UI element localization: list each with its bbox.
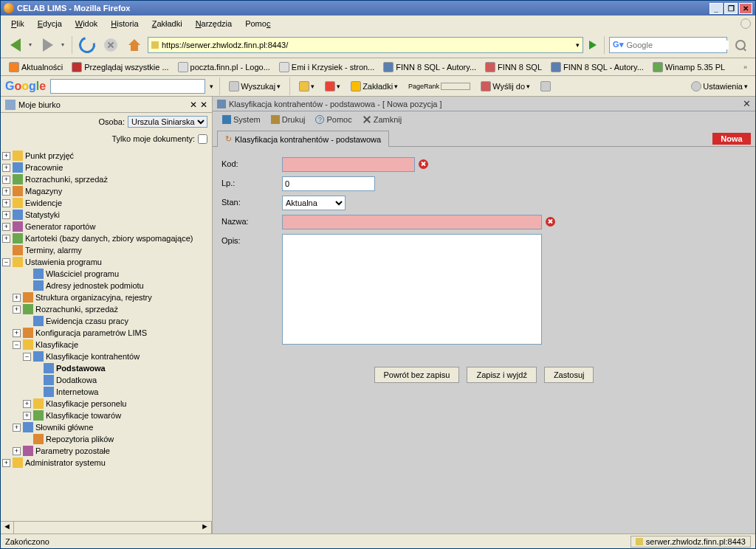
stop-button[interactable] [100, 35, 121, 55]
person-select[interactable]: Urszula Siniarska [128, 116, 207, 128]
system-button[interactable]: System [219, 114, 264, 125]
restore-button[interactable]: ❐ [724, 3, 738, 14]
bookmark-item[interactable]: Aktualności [5, 61, 66, 74]
tree-item[interactable]: +Kartoteki (bazy danych, zbiory wspomaga… [2, 232, 210, 244]
search-button[interactable] [730, 35, 751, 55]
print-button[interactable]: Drukuj [267, 114, 309, 125]
tree-item[interactable]: Dodatkowa [2, 374, 210, 386]
menu-history[interactable]: Historia [105, 18, 144, 30]
menu-tools[interactable]: Narzędzia [190, 18, 238, 30]
sidebar-close-icon[interactable]: ✕ [200, 100, 207, 110]
tree-item[interactable]: +Punkt przyjęć [2, 150, 210, 162]
panel-icon [217, 100, 226, 108]
tree-item[interactable]: +Rozrachunki, sprzedaż [2, 173, 210, 185]
bookmark-item[interactable]: Emi i Krzysiek - stron... [275, 61, 378, 74]
sidebar-title: Moje biurko [18, 100, 61, 109]
tree-item[interactable]: Repozytoria plików [2, 433, 210, 445]
google-pagerank[interactable]: PageRank [405, 81, 473, 92]
tab-klasyfikacja[interactable]: ↻Klasyfikacja kontrahentów - podstawowa [217, 131, 389, 147]
sidebar-refresh-icon[interactable]: ✕ [190, 100, 197, 110]
tree-item[interactable]: +Klasyfikacje personelu [2, 398, 210, 410]
google-news-button[interactable]: ▾ [296, 80, 317, 93]
bookmark-item[interactable]: FINN 8 SQL - Autory... [379, 61, 480, 74]
tree-item[interactable]: +Konfiguracja parametrów LIMS [2, 327, 210, 339]
panel-close-icon[interactable]: ✕ [743, 98, 751, 109]
close-button[interactable]: Zamknij [359, 114, 406, 125]
menu-file[interactable]: Plik [5, 18, 30, 30]
tree-item[interactable]: Adresy jednostek podmiotu [2, 280, 210, 291]
search-input[interactable] [627, 41, 729, 49]
menu-edit[interactable]: Edycja [32, 18, 68, 30]
nazwa-clear-button[interactable] [546, 217, 555, 227]
bookmark-icon [551, 62, 561, 72]
opis-textarea[interactable] [282, 234, 542, 345]
stan-select[interactable]: Aktualna [282, 196, 346, 210]
nazwa-input[interactable] [282, 215, 542, 229]
menu-bookmarks[interactable]: Zakładki [146, 18, 188, 30]
star-icon [351, 81, 361, 92]
address-bar[interactable]: ▾ [148, 37, 583, 53]
panel-toolbar: System Drukuj ?Pomoc Zamknij [213, 111, 755, 128]
tree-item[interactable]: +Pracownie [2, 162, 210, 173]
bookmark-item[interactable]: FINN 8 SQL [481, 61, 546, 74]
bookmark-item[interactable]: Winamp 5.35 PL [649, 61, 729, 74]
menu-help[interactable]: Pomoc [239, 18, 276, 30]
tree-item[interactable]: −Ustawienia programu [2, 256, 210, 268]
reload-button[interactable] [77, 35, 97, 55]
apply-button[interactable]: Zastosuj [544, 367, 594, 383]
back-dropdown[interactable]: ▾ [29, 41, 35, 48]
tree-item[interactable]: Właściciel programu [2, 268, 210, 280]
tree-item[interactable]: +Struktura organizacyjna, rejestry [2, 291, 210, 303]
tree-item[interactable]: +Ewidencje [2, 197, 210, 209]
bookmark-item[interactable]: poczta.finn.pl - Logo... [174, 61, 274, 74]
bookmark-item[interactable]: Przeglądaj wszystkie ... [68, 61, 172, 74]
search-box[interactable]: G▾ [609, 37, 727, 53]
onlymine-checkbox[interactable] [198, 134, 207, 144]
tree-item[interactable]: +Administrator systemu [2, 457, 210, 469]
google-bookmarks-button[interactable]: Zakładki▾ [348, 80, 401, 93]
status-server: serwer.zhwlodz.finn.pl:8443 [630, 536, 751, 548]
tree-item[interactable]: +Parametry pozostałe [2, 445, 210, 457]
tree-item[interactable]: +Klasyfikacje towarów [2, 410, 210, 421]
search-engine-icon[interactable]: G▾ [613, 40, 624, 49]
address-dropdown[interactable]: ▾ [576, 41, 580, 49]
google-settings-button[interactable]: Ustawienia▾ [688, 80, 751, 93]
save-and-exit-button[interactable]: Zapisz i wyjdź [467, 367, 536, 383]
google-search-button[interactable]: Wyszukaj▾ [226, 80, 284, 93]
help-button[interactable]: ?Pomoc [312, 114, 355, 125]
kod-input[interactable] [282, 157, 415, 172]
home-button[interactable] [124, 35, 145, 55]
url-input[interactable] [162, 41, 573, 49]
tree-item[interactable]: −Klasyfikacje [2, 339, 210, 351]
back-without-save-button[interactable]: Powrót bez zapisu [374, 367, 460, 383]
minimize-button[interactable]: _ [709, 3, 723, 14]
tree-item[interactable]: Internetowa [2, 386, 210, 398]
tree-item[interactable]: Ewidencja czasu pracy [2, 315, 210, 327]
tree-item[interactable]: +Słowniki główne [2, 421, 210, 433]
back-button[interactable] [5, 35, 26, 55]
lp-input[interactable] [282, 176, 375, 191]
menu-view[interactable]: Widok [69, 18, 104, 30]
tree-item[interactable]: −Klasyfikacje kontrahentów [2, 351, 210, 362]
google-highlight-button[interactable] [537, 80, 554, 93]
tree-item[interactable]: +Statystyki [2, 209, 210, 221]
firefox-icon [4, 3, 14, 13]
forward-dropdown[interactable]: ▾ [61, 41, 67, 48]
sidebar-scrollbar[interactable]: ◄► [1, 521, 212, 534]
bookmarks-overflow[interactable]: » [738, 62, 751, 72]
google-mail-button[interactable]: ▾ [322, 80, 343, 93]
kod-clear-button[interactable] [419, 159, 428, 169]
tree-item[interactable]: +Generator raportów [2, 221, 210, 232]
bookmark-item[interactable]: FINN 8 SQL - Autory... [547, 61, 647, 74]
forward-button[interactable] [38, 35, 58, 55]
tree-item[interactable]: +Rozrachunki, sprzedaż [2, 303, 210, 315]
google-search-dropdown[interactable]: ▾ [210, 83, 213, 90]
google-sendto-button[interactable]: Wyślij do▾ [478, 80, 533, 93]
tree-item[interactable]: Terminy, alarmy [2, 244, 210, 256]
google-search-input[interactable] [50, 79, 205, 94]
tree-item-selected[interactable]: Podstawowa [2, 362, 210, 374]
tree-item[interactable]: +Magazyny [2, 185, 210, 197]
go-button[interactable] [586, 38, 599, 52]
close-window-button[interactable]: ✕ [739, 3, 752, 14]
kod-label: Kod: [221, 157, 282, 168]
